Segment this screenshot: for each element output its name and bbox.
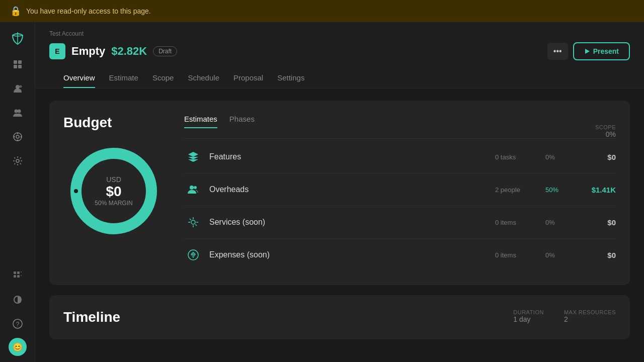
sidebar-item-team[interactable] [8,103,28,123]
project-title-left: E Empty $2.82K Draft [49,43,177,59]
expenses-amount: $0 [576,251,616,259]
timeline-max-resources: MAX RESOURCES 2 [564,309,616,323]
main-layout: ? 😊 Test Account E Empty $2.82K Draft [0,22,644,362]
duration-label: DURATION [513,309,544,315]
svg-point-27 [190,186,194,190]
more-dots-label: ••• [553,47,562,56]
svg-point-6 [14,110,18,113]
timeline-duration: DURATION 1 day [513,309,544,323]
main-content: Test Account E Empty $2.82K Draft ••• [35,22,644,362]
sidebar-item-users[interactable] [8,78,28,99]
sidebar-item-settings[interactable] [8,151,28,171]
budget-item-features: Features 0 tasks 0% $0 [184,141,616,173]
svg-point-9 [16,135,19,138]
features-pct: 0% [545,153,576,161]
tab-proposal[interactable]: Proposal [233,68,263,88]
sidebar-bottom: ? 😊 [8,265,28,356]
svg-rect-17 [14,275,16,278]
svg-point-11 [17,140,18,141]
scope-value: 0% [595,130,616,138]
budget-item-overheads: Overheads 2 people 50% $1.41K [184,173,616,206]
banner-message: You have read-only access to this page. [26,7,151,15]
sidebar-logo[interactable] [8,28,28,48]
donut-amount: $0 [95,184,132,200]
budget-tab-estimates[interactable]: Estimates [184,115,217,128]
expenses-pct: 0% [545,251,576,259]
features-name: Features [209,152,495,161]
header-actions: ••• Present [547,42,630,60]
timeline-header: Timeline DURATION 1 day MAX RESOURCES 2 [63,309,616,325]
svg-rect-3 [18,65,22,68]
svg-point-12 [13,136,15,138]
more-options-button[interactable]: ••• [547,43,568,60]
services-name: Services (soon) [209,218,495,227]
page-body: Budget USD [35,88,644,362]
svg-point-5 [19,85,22,88]
sidebar-item-grid[interactable] [8,265,28,286]
present-label: Present [593,47,619,55]
sidebar-item-design[interactable] [8,127,28,147]
tab-schedule[interactable]: Schedule [188,68,219,88]
max-resources-label: MAX RESOURCES [564,309,616,315]
sidebar-item-help[interactable]: ? [8,314,28,334]
tab-scope[interactable]: Scope [152,68,174,88]
expenses-icon: $ [184,246,202,264]
tab-estimate[interactable]: Estimate [109,68,138,88]
svg-rect-2 [14,65,17,68]
svg-point-13 [20,136,22,138]
svg-point-7 [17,110,21,113]
overheads-count: 2 people [495,186,545,194]
services-amount: $0 [576,218,616,227]
svg-rect-20 [21,275,22,276]
svg-rect-16 [17,272,20,274]
duration-value: 1 day [513,315,544,323]
project-name: Empty [71,45,105,58]
svg-point-30 [191,220,195,224]
budget-chart-area: Budget USD [63,115,164,241]
budget-item-services: Services (soon) 0 items 0% $0 [184,206,616,239]
overheads-name: Overheads [209,185,495,194]
tab-settings[interactable]: Settings [277,68,304,88]
project-title-row: E Empty $2.82K Draft ••• Present [49,42,630,60]
max-resources-value: 2 [564,315,616,323]
page-header: Test Account E Empty $2.82K Draft ••• [35,22,644,88]
donut-container: USD $0 50% MARGIN [63,141,164,241]
sidebar-item-theme[interactable] [8,290,28,310]
services-icon [184,213,202,231]
budget-inner: Budget USD [63,115,616,271]
expenses-count: 0 items [495,251,545,259]
svg-point-14 [16,159,19,162]
donut-margin: 50% MARGIN [95,200,132,207]
svg-point-10 [17,133,18,134]
tab-overview[interactable]: Overview [63,68,95,88]
play-icon [584,48,590,54]
readonly-banner: 🔒 You have read-only access to this page… [0,0,644,22]
lock-icon: 🔒 [10,6,21,17]
overheads-pct: 50% [545,186,576,194]
svg-point-26 [74,189,78,193]
sidebar-item-dashboard[interactable] [8,54,28,74]
budget-tabs: Estimates Phases [184,115,255,128]
svg-rect-1 [18,60,22,64]
project-badge: E [49,43,65,59]
donut-center: USD $0 50% MARGIN [95,175,132,207]
svg-point-28 [194,186,197,189]
svg-text:?: ? [16,321,19,328]
timeline-meta: DURATION 1 day MAX RESOURCES 2 [513,309,616,323]
budget-right: Estimates Phases SCOPE 0% [184,115,616,271]
timeline-title: Timeline [63,309,120,325]
user-avatar[interactable]: 😊 [9,338,27,356]
timeline-card: Timeline DURATION 1 day MAX RESOURCES 2 [49,295,630,339]
svg-rect-15 [14,272,16,274]
overheads-amount: $1.41K [576,186,616,194]
sidebar: ? 😊 [0,22,35,362]
present-button[interactable]: Present [573,42,630,60]
svg-rect-19 [21,272,22,273]
nav-tabs: Overview Estimate Scope Schedule Proposa… [49,68,630,88]
features-count: 0 tasks [495,153,545,161]
budget-tab-phases[interactable]: Phases [229,115,255,128]
project-budget: $2.82K [111,45,147,58]
svg-rect-18 [17,275,20,278]
budget-title: Budget [63,115,112,131]
draft-badge: Draft [153,46,177,56]
